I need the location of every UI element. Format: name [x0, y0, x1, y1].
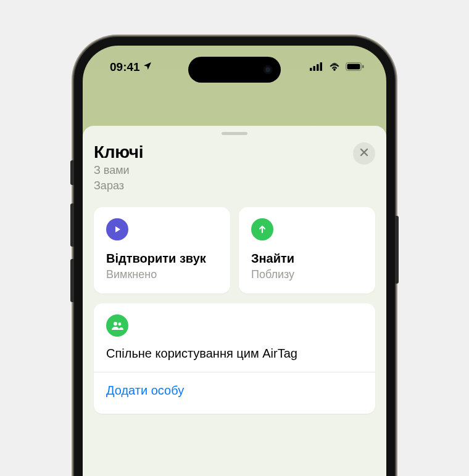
- find-sub: Поблизу: [251, 268, 363, 281]
- share-card: Спільне користування цим AirTag Додати о…: [94, 303, 375, 414]
- play-sound-sub: Вимкнено: [106, 268, 218, 281]
- svg-rect-0: [310, 68, 312, 71]
- status-time: 09:41: [110, 60, 140, 74]
- sheet-grabber[interactable]: [222, 132, 247, 135]
- screen: 09:41: [83, 46, 386, 476]
- arrow-up-icon: [251, 218, 273, 240]
- cellular-icon: [310, 60, 323, 74]
- svg-rect-3: [320, 62, 323, 71]
- bottom-sheet[interactable]: Ключі З вами Зараз Відтворити звук Вимк: [83, 126, 386, 476]
- close-button[interactable]: [353, 142, 375, 165]
- side-button-vol-down: [70, 259, 74, 302]
- people-icon: [106, 314, 128, 337]
- play-icon: [106, 218, 128, 240]
- close-icon: [360, 148, 368, 159]
- battery-icon: [346, 60, 364, 74]
- side-button-silent: [70, 160, 74, 185]
- find-card[interactable]: Знайти Поблизу: [239, 207, 375, 293]
- item-location: З вами: [94, 163, 143, 178]
- play-sound-card[interactable]: Відтворити звук Вимкнено: [94, 207, 230, 293]
- status-bar: 09:41: [83, 46, 386, 89]
- add-person-link[interactable]: Додати особу: [106, 372, 363, 401]
- side-button-vol-up: [70, 203, 74, 247]
- svg-rect-6: [362, 65, 364, 68]
- svg-rect-1: [313, 66, 316, 71]
- item-title: Ключі: [94, 142, 143, 162]
- svg-point-8: [118, 322, 122, 326]
- svg-rect-2: [317, 64, 319, 71]
- item-time: Зараз: [94, 179, 143, 193]
- wifi-icon: [328, 60, 341, 74]
- side-button-power: [395, 216, 399, 284]
- svg-point-7: [114, 322, 117, 326]
- svg-rect-5: [347, 64, 360, 70]
- find-title: Знайти: [251, 252, 363, 266]
- share-title: Спільне користування цим AirTag: [106, 347, 363, 361]
- location-arrow-icon: [143, 60, 152, 74]
- phone-frame: 09:41: [74, 37, 395, 476]
- play-sound-title: Відтворити звук: [106, 252, 218, 266]
